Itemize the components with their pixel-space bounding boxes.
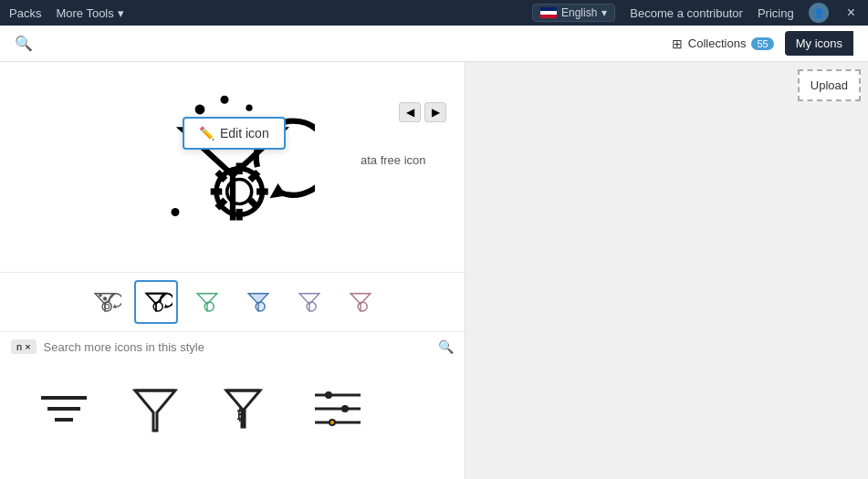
left-panel: ◀ ▶ xyxy=(0,62,465,479)
grid-icon-item-1[interactable] xyxy=(27,372,100,445)
variant-thumb-6[interactable] xyxy=(339,280,382,324)
svg-point-18 xyxy=(99,294,102,297)
packs-nav-item[interactable]: Packs xyxy=(9,6,41,20)
svg-point-2 xyxy=(246,105,252,111)
flag-icon xyxy=(540,7,557,18)
svg-point-33 xyxy=(358,302,367,311)
main-content: ◀ ▶ xyxy=(0,62,868,479)
grid-icon-item-5[interactable] xyxy=(27,463,100,479)
grid-icon-item-3[interactable]: ₿ xyxy=(210,372,283,445)
close-tag-icon[interactable]: × xyxy=(25,341,30,352)
icon-variants-strip xyxy=(0,272,465,332)
svg-point-31 xyxy=(307,302,316,311)
svg-point-46 xyxy=(330,421,334,424)
svg-point-41 xyxy=(325,391,332,399)
grid-icon-item-2[interactable] xyxy=(119,372,192,445)
svg-point-21 xyxy=(102,302,111,311)
avatar[interactable]: 👤 xyxy=(809,3,829,23)
grid-icon-item-4[interactable] xyxy=(301,372,374,445)
svg-rect-11 xyxy=(210,188,222,194)
grid-icon: ⊞ xyxy=(672,36,683,51)
chevron-down-icon: ▾ xyxy=(601,6,607,19)
svg-point-27 xyxy=(204,302,214,311)
svg-point-4 xyxy=(171,208,179,216)
chevron-down-icon: ▾ xyxy=(118,6,124,20)
upload-button[interactable]: Upload xyxy=(798,69,861,101)
svg-marker-20 xyxy=(112,304,116,307)
svg-point-29 xyxy=(256,302,265,311)
royalty-free-text: ata free icon xyxy=(361,153,426,167)
svg-point-17 xyxy=(102,297,106,300)
upload-area: Upload xyxy=(790,62,868,109)
search-input[interactable] xyxy=(44,340,431,354)
language-selector[interactable]: English ▾ xyxy=(532,4,615,22)
search-tag[interactable]: n × xyxy=(11,339,37,354)
top-navigation: Packs More Tools ▾ English ▾ Become a co… xyxy=(0,0,868,26)
svg-rect-10 xyxy=(235,209,242,221)
variant-thumb-5[interactable] xyxy=(288,280,331,324)
pencil-icon: ✏️ xyxy=(199,126,214,141)
collections-count-badge: 55 xyxy=(751,37,773,50)
svg-point-0 xyxy=(194,105,204,115)
pricing-link[interactable]: Pricing xyxy=(758,6,794,20)
icons-grid: ₿ xyxy=(0,361,465,479)
variant-thumb-3[interactable] xyxy=(185,280,229,324)
close-button[interactable]: × xyxy=(843,5,859,21)
collections-button[interactable]: ⊞ Collections 55 xyxy=(672,36,774,51)
icon-preview-area: ✏️ Edit icon ata free icon xyxy=(0,62,465,272)
search-icon[interactable]: 🔍 xyxy=(15,35,33,52)
become-contributor-link[interactable]: Become a contributor xyxy=(630,6,743,20)
variant-thumb-4[interactable] xyxy=(236,280,280,324)
edit-icon-button[interactable]: ✏️ Edit icon xyxy=(183,117,286,150)
search-icon[interactable]: 🔍 xyxy=(438,339,454,354)
right-panel: Upload Just Color Picker — □ × Options T… xyxy=(465,62,868,479)
svg-point-25 xyxy=(153,302,162,311)
svg-point-43 xyxy=(341,405,349,412)
search-bar: n × 🔍 xyxy=(0,332,465,361)
svg-point-1 xyxy=(220,96,228,104)
svg-rect-9 xyxy=(235,163,242,175)
variant-thumb-1[interactable] xyxy=(83,280,127,324)
svg-text:₿: ₿ xyxy=(237,407,245,422)
svg-rect-12 xyxy=(256,188,268,194)
variant-thumb-2[interactable] xyxy=(134,280,178,324)
more-tools-nav-item[interactable]: More Tools ▾ xyxy=(56,6,123,20)
my-icons-button[interactable]: My icons xyxy=(785,31,853,56)
sub-navigation: 🔍 ⊞ Collections 55 My icons xyxy=(0,26,868,62)
main-icon xyxy=(151,85,315,249)
